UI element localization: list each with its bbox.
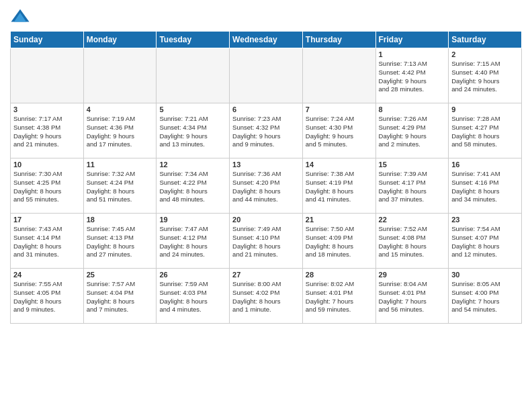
calendar-week-3: 10Sunrise: 7:30 AM Sunset: 4:25 PM Dayli… — [11, 158, 522, 214]
calendar-cell: 14Sunrise: 7:38 AM Sunset: 4:19 PM Dayli… — [302, 158, 375, 214]
calendar-cell — [230, 48, 303, 103]
day-number: 28 — [306, 271, 373, 279]
day-number: 22 — [379, 216, 446, 224]
day-number: 5 — [159, 105, 226, 113]
day-number: 27 — [232, 271, 300, 279]
day-number: 26 — [159, 271, 226, 279]
calendar-cell: 2Sunrise: 7:15 AM Sunset: 4:40 PM Daylig… — [449, 48, 522, 103]
calendar-cell: 17Sunrise: 7:43 AM Sunset: 4:14 PM Dayli… — [11, 214, 84, 269]
weekday-header-thursday: Thursday — [302, 32, 375, 48]
day-info: Sunrise: 7:50 AM Sunset: 4:09 PM Dayligh… — [306, 225, 373, 259]
day-number: 10 — [13, 161, 81, 169]
day-info: Sunrise: 7:26 AM Sunset: 4:29 PM Dayligh… — [379, 115, 446, 149]
calendar-cell: 8Sunrise: 7:26 AM Sunset: 4:29 PM Daylig… — [375, 103, 449, 158]
day-number: 30 — [451, 271, 519, 279]
logo — [10, 7, 33, 27]
calendar-cell: 5Sunrise: 7:21 AM Sunset: 4:34 PM Daylig… — [157, 103, 230, 158]
calendar-cell: 20Sunrise: 7:49 AM Sunset: 4:10 PM Dayli… — [230, 214, 303, 269]
calendar-header: SundayMondayTuesdayWednesdayThursdayFrid… — [11, 32, 522, 48]
day-info: Sunrise: 7:23 AM Sunset: 4:32 PM Dayligh… — [232, 115, 300, 149]
day-number: 12 — [159, 161, 226, 169]
calendar-cell: 9Sunrise: 7:28 AM Sunset: 4:27 PM Daylig… — [449, 103, 522, 158]
calendar-cell: 25Sunrise: 7:57 AM Sunset: 4:04 PM Dayli… — [83, 269, 157, 324]
day-info: Sunrise: 7:13 AM Sunset: 4:42 PM Dayligh… — [379, 60, 446, 94]
day-info: Sunrise: 7:34 AM Sunset: 4:22 PM Dayligh… — [159, 170, 226, 204]
day-info: Sunrise: 7:24 AM Sunset: 4:30 PM Dayligh… — [306, 115, 373, 149]
calendar-cell: 15Sunrise: 7:39 AM Sunset: 4:17 PM Dayli… — [375, 158, 449, 214]
calendar-cell: 4Sunrise: 7:19 AM Sunset: 4:36 PM Daylig… — [83, 103, 157, 158]
calendar-cell — [11, 48, 84, 103]
calendar-cell: 29Sunrise: 8:04 AM Sunset: 4:01 PM Dayli… — [375, 269, 449, 324]
day-info: Sunrise: 7:49 AM Sunset: 4:10 PM Dayligh… — [232, 225, 300, 259]
day-number: 29 — [379, 271, 446, 279]
day-info: Sunrise: 7:43 AM Sunset: 4:14 PM Dayligh… — [13, 225, 81, 259]
calendar-cell: 7Sunrise: 7:24 AM Sunset: 4:30 PM Daylig… — [302, 103, 375, 158]
calendar-table: SundayMondayTuesdayWednesdayThursdayFrid… — [10, 31, 522, 324]
day-info: Sunrise: 7:38 AM Sunset: 4:19 PM Dayligh… — [306, 170, 373, 204]
weekday-header-wednesday: Wednesday — [230, 32, 303, 48]
day-number: 25 — [87, 271, 154, 279]
day-info: Sunrise: 7:57 AM Sunset: 4:04 PM Dayligh… — [87, 280, 154, 314]
day-number: 16 — [451, 161, 519, 169]
day-info: Sunrise: 7:55 AM Sunset: 4:05 PM Dayligh… — [13, 280, 81, 314]
calendar-cell: 16Sunrise: 7:41 AM Sunset: 4:16 PM Dayli… — [449, 158, 522, 214]
day-info: Sunrise: 7:30 AM Sunset: 4:25 PM Dayligh… — [13, 170, 81, 204]
calendar-cell: 19Sunrise: 7:47 AM Sunset: 4:12 PM Dayli… — [157, 214, 230, 269]
calendar-cell: 28Sunrise: 8:02 AM Sunset: 4:01 PM Dayli… — [302, 269, 375, 324]
day-info: Sunrise: 7:15 AM Sunset: 4:40 PM Dayligh… — [451, 60, 519, 94]
day-info: Sunrise: 7:54 AM Sunset: 4:07 PM Dayligh… — [451, 225, 519, 259]
calendar-week-5: 24Sunrise: 7:55 AM Sunset: 4:05 PM Dayli… — [11, 269, 522, 324]
weekday-header-sunday: Sunday — [11, 32, 84, 48]
calendar-cell: 3Sunrise: 7:17 AM Sunset: 4:38 PM Daylig… — [11, 103, 84, 158]
day-info: Sunrise: 7:28 AM Sunset: 4:27 PM Dayligh… — [451, 115, 519, 149]
calendar-cell: 10Sunrise: 7:30 AM Sunset: 4:25 PM Dayli… — [11, 158, 84, 214]
calendar-cell: 1Sunrise: 7:13 AM Sunset: 4:42 PM Daylig… — [375, 48, 449, 103]
day-number: 24 — [13, 271, 81, 279]
calendar-cell: 23Sunrise: 7:54 AM Sunset: 4:07 PM Dayli… — [449, 214, 522, 269]
main-container: SundayMondayTuesdayWednesdayThursdayFrid… — [0, 0, 532, 327]
calendar-cell: 22Sunrise: 7:52 AM Sunset: 4:08 PM Dayli… — [375, 214, 449, 269]
weekday-header-tuesday: Tuesday — [157, 32, 230, 48]
day-number: 8 — [379, 105, 446, 113]
day-number: 23 — [451, 216, 519, 224]
day-number: 1 — [379, 50, 446, 58]
calendar-week-4: 17Sunrise: 7:43 AM Sunset: 4:14 PM Dayli… — [11, 214, 522, 269]
calendar-cell — [83, 48, 157, 103]
calendar-cell: 30Sunrise: 8:05 AM Sunset: 4:00 PM Dayli… — [449, 269, 522, 324]
day-info: Sunrise: 7:41 AM Sunset: 4:16 PM Dayligh… — [451, 170, 519, 204]
calendar-cell: 12Sunrise: 7:34 AM Sunset: 4:22 PM Dayli… — [157, 158, 230, 214]
day-number: 3 — [13, 105, 81, 113]
day-info: Sunrise: 7:17 AM Sunset: 4:38 PM Dayligh… — [13, 115, 81, 149]
day-info: Sunrise: 7:39 AM Sunset: 4:17 PM Dayligh… — [379, 170, 446, 204]
day-info: Sunrise: 8:05 AM Sunset: 4:00 PM Dayligh… — [451, 280, 519, 314]
day-number: 7 — [306, 105, 373, 113]
day-info: Sunrise: 7:47 AM Sunset: 4:12 PM Dayligh… — [159, 225, 226, 259]
calendar-cell: 26Sunrise: 7:59 AM Sunset: 4:03 PM Dayli… — [157, 269, 230, 324]
calendar-week-1: 1Sunrise: 7:13 AM Sunset: 4:42 PM Daylig… — [11, 48, 522, 103]
weekday-header-row: SundayMondayTuesdayWednesdayThursdayFrid… — [11, 32, 522, 48]
calendar-cell: 11Sunrise: 7:32 AM Sunset: 4:24 PM Dayli… — [83, 158, 157, 214]
day-number: 11 — [87, 161, 154, 169]
calendar-body: 1Sunrise: 7:13 AM Sunset: 4:42 PM Daylig… — [11, 48, 522, 324]
day-info: Sunrise: 8:04 AM Sunset: 4:01 PM Dayligh… — [379, 280, 446, 314]
day-number: 19 — [159, 216, 226, 224]
calendar-cell: 6Sunrise: 7:23 AM Sunset: 4:32 PM Daylig… — [230, 103, 303, 158]
day-info: Sunrise: 7:19 AM Sunset: 4:36 PM Dayligh… — [87, 115, 154, 149]
calendar-cell: 21Sunrise: 7:50 AM Sunset: 4:09 PM Dayli… — [302, 214, 375, 269]
day-number: 13 — [232, 161, 300, 169]
day-number: 17 — [13, 216, 81, 224]
day-info: Sunrise: 7:21 AM Sunset: 4:34 PM Dayligh… — [159, 115, 226, 149]
day-info: Sunrise: 7:32 AM Sunset: 4:24 PM Dayligh… — [87, 170, 154, 204]
day-info: Sunrise: 7:36 AM Sunset: 4:20 PM Dayligh… — [232, 170, 300, 204]
calendar-cell — [157, 48, 230, 103]
day-number: 2 — [451, 50, 519, 58]
day-number: 4 — [87, 105, 154, 113]
day-number: 21 — [306, 216, 373, 224]
calendar-cell: 24Sunrise: 7:55 AM Sunset: 4:05 PM Dayli… — [11, 269, 84, 324]
day-number: 9 — [451, 105, 519, 113]
logo-icon — [10, 7, 30, 27]
day-number: 15 — [379, 161, 446, 169]
calendar-week-2: 3Sunrise: 7:17 AM Sunset: 4:38 PM Daylig… — [11, 103, 522, 158]
day-number: 14 — [306, 161, 373, 169]
calendar-cell: 27Sunrise: 8:00 AM Sunset: 4:02 PM Dayli… — [230, 269, 303, 324]
